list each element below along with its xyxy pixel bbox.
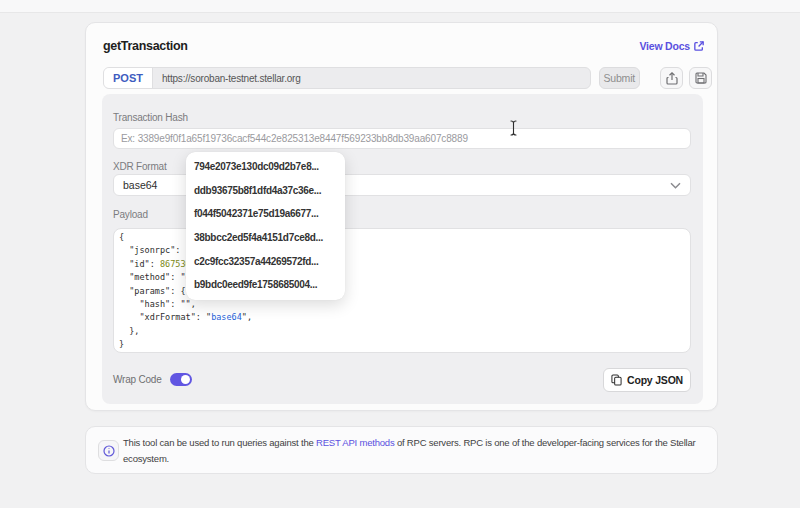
view-docs-link[interactable]: View Docs [639, 40, 704, 52]
hash-suggestion-item[interactable]: 38bbcc2ed5f4a4151d7ce8d... [186, 226, 345, 250]
wrap-code-label: Wrap Code [113, 374, 162, 385]
info-icon [103, 445, 115, 457]
card-header: getTransaction View Docs [103, 38, 704, 53]
xdr-format-value: base64 [123, 179, 157, 191]
payload-code-line: } [119, 338, 685, 351]
transaction-hash-placeholder: Ex: 3389e9f0f1a65f19736cacf544c2e825313e… [121, 133, 468, 144]
payload-code-line: "hash": "", [119, 298, 685, 311]
payload-code-line: "xdrFormat": "base64", [119, 311, 685, 324]
hash-suggestions-dropdown: 794e2073e130dc09d2b7e8...ddb93675b8f1dfd… [186, 152, 345, 300]
request-row: POST https://soroban-testnet.stellar.org… [103, 67, 712, 89]
copy-icon [611, 374, 622, 386]
transaction-hash-input[interactable]: Ex: 3389e9f0f1a65f19736cacf544c2e825313e… [113, 128, 691, 149]
payload-code-line: }, [119, 325, 685, 338]
panel-footer: Wrap Code Copy JSON [113, 367, 691, 392]
hash-suggestion-item[interactable]: 794e2073e130dc09d2b7e8... [186, 155, 345, 179]
external-link-icon [694, 41, 704, 51]
info-text: This tool can be used to run queries aga… [123, 435, 711, 467]
transaction-hash-label: Transaction Hash [113, 112, 188, 123]
endpoint-input-group[interactable]: POST https://soroban-testnet.stellar.org [103, 67, 591, 89]
text-cursor [509, 120, 518, 136]
top-band [0, 0, 800, 13]
get-transaction-card: getTransaction View Docs POST https://so… [85, 22, 718, 411]
payload-label: Payload [113, 209, 148, 220]
hash-suggestion-item[interactable]: b9bdc0eed9fe1758685004... [186, 273, 345, 297]
rest-api-methods-link[interactable]: REST API methods [316, 437, 394, 448]
copy-json-button[interactable]: Copy JSON [603, 368, 691, 392]
copy-json-label: Copy JSON [627, 374, 683, 386]
share-button[interactable] [660, 67, 683, 89]
endpoint-url: https://soroban-testnet.stellar.org [153, 68, 310, 88]
info-text-before: This tool can be used to run queries aga… [123, 437, 316, 448]
hash-suggestion-item[interactable]: f044f5042371e75d19a6677... [186, 202, 345, 226]
view-docs-label: View Docs [639, 40, 690, 52]
share-icon [666, 72, 678, 85]
page-title: getTransaction [103, 39, 188, 53]
submit-button[interactable]: Submit [599, 67, 640, 89]
xdr-format-label: XDR Format [113, 161, 167, 172]
save-button[interactable] [689, 67, 712, 89]
chevron-down-icon [670, 182, 681, 189]
info-card: This tool can be used to run queries aga… [85, 426, 718, 474]
toggle-knob [181, 375, 190, 384]
http-method-badge: POST [104, 68, 153, 88]
hash-suggestion-item[interactable]: c2c9fcc32357a44269572fd... [186, 249, 345, 273]
hash-suggestion-item[interactable]: ddb93675b8f1dfd4a37c36e... [186, 179, 345, 203]
info-icon-box [98, 440, 119, 461]
save-icon [695, 72, 707, 84]
wrap-code-toggle[interactable] [170, 373, 192, 386]
